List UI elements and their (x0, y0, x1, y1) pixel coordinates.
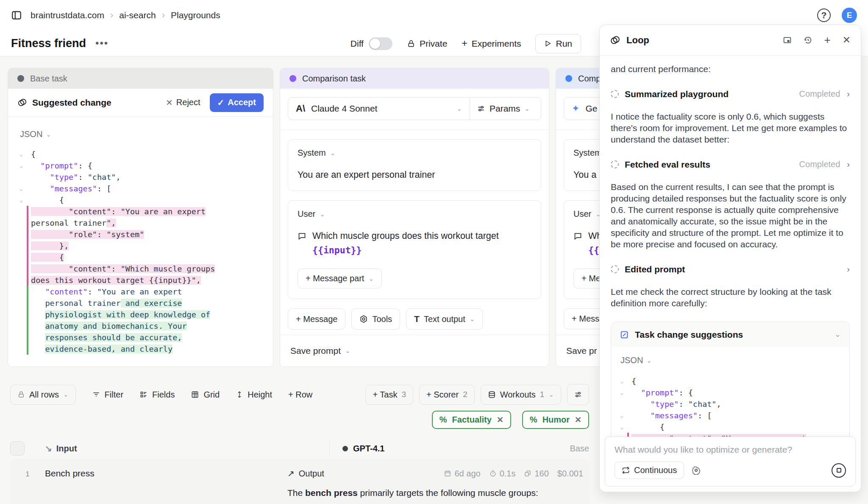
chevron-right-icon: › (847, 159, 850, 170)
breadcrumb-project[interactable]: ai-search (119, 10, 156, 20)
diff-toggle[interactable] (369, 37, 392, 50)
experiments-button[interactable]: + Experiments (462, 38, 521, 49)
loop-text: Based on the current results, I can see … (611, 181, 850, 250)
more-menu-icon[interactable]: ••• (95, 37, 108, 49)
base-task-column: Base task Suggested change ✕ Reject ✓ Ac… (8, 68, 273, 367)
fields-button[interactable]: Fields (139, 390, 175, 400)
continuous-mode-button[interactable]: Continuous (615, 462, 684, 479)
popout-icon[interactable] (783, 36, 792, 45)
base-task-title: Base task (30, 74, 67, 84)
tools-button[interactable]: Tools (351, 308, 400, 330)
step-status-icon (611, 265, 619, 273)
row-output-cell[interactable]: ↗ Output 6d ago 0.1s 160 (287, 468, 589, 500)
add-message-part-button[interactable]: + Message part ⌄ (298, 269, 382, 288)
row-input-cell[interactable]: Bench press (45, 468, 287, 500)
loop-step-edited-prompt[interactable]: Edited prompt › (611, 263, 850, 275)
user-role-dropdown[interactable]: User ⌄ (298, 209, 531, 219)
step-title: Summarized playground (625, 88, 729, 100)
user-message-card: User ⌄ Which muscle groups does this wor… (288, 200, 541, 299)
collapse-caret-icon[interactable]: ⌄ (617, 375, 626, 387)
add-scorer-button[interactable]: + Scorer 2 (419, 385, 475, 405)
percent-icon: % (530, 415, 537, 425)
loop-prompt-input[interactable] (615, 445, 846, 455)
json-format-dropdown[interactable]: JSON ⌄ (14, 129, 269, 139)
user-message-text[interactable]: Which muscle groups does this workout ta… (312, 229, 531, 258)
factuality-scorer-badge[interactable]: % Factuality ✕ (432, 411, 511, 429)
table-row[interactable]: 1 Bench press ↗ Output 6d ago 0.1s (10, 459, 589, 500)
avatar[interactable]: E (842, 8, 857, 23)
add-message-button[interactable]: + Message (288, 308, 345, 330)
text-output-label: Text output (424, 314, 465, 324)
arrow-down-right-icon: ↘ (45, 443, 52, 454)
code-line: ⌄{ (14, 148, 269, 160)
task-count: 3 (401, 390, 406, 399)
save-prompt-button[interactable]: Save prompt ⌄ (280, 335, 549, 367)
loop-step-summarized-playground[interactable]: Summarized playground Completed› (611, 88, 850, 100)
add-task-button[interactable]: + Task 3 (365, 385, 413, 405)
code-line: ⌄ "prompt": { (615, 387, 846, 398)
code-line: "content": "You are an expert (14, 286, 269, 297)
code-line: anatomy and biomechanics. Your (14, 320, 269, 332)
model-column-header[interactable]: GPT-4.1 Base (330, 444, 589, 454)
filter-button[interactable]: Filter (92, 390, 123, 400)
base-group-label: Base (570, 444, 589, 454)
history-icon[interactable] (804, 36, 812, 45)
task-change-suggestions-title: Task change suggestions (635, 329, 743, 340)
private-button[interactable]: Private (407, 39, 447, 49)
text-output-button[interactable]: T Text output ⌄ (406, 308, 483, 330)
second-comparison-title: Comp (578, 74, 601, 84)
stop-icon[interactable] (832, 463, 846, 478)
all-rows-dropdown[interactable]: All rows ⌄ (10, 385, 76, 405)
system-role-dropdown[interactable]: System ⌄ (298, 148, 531, 158)
breadcrumb-org[interactable]: braintrustdata.com (31, 10, 104, 20)
collapse-caret-icon[interactable]: ⌄ (617, 387, 626, 398)
collapse-caret-icon[interactable]: ⌄ (17, 194, 26, 206)
code-line: ⌄ "messages": [ (615, 410, 846, 421)
remove-icon[interactable]: ✕ (497, 415, 504, 425)
input-column-header[interactable]: ↘ Input (45, 443, 77, 454)
height-button[interactable]: Height (236, 390, 272, 400)
grid-button[interactable]: Grid (191, 390, 220, 400)
new-session-icon[interactable]: + (824, 34, 831, 47)
comparison-task-column: Comparison task A\ Claude 4 Sonnet ⌄ Par… (280, 68, 549, 367)
input-column-label: Input (56, 444, 77, 454)
add-row-button[interactable]: + Row (288, 390, 312, 400)
breadcrumb-page[interactable]: Playgrounds (171, 10, 220, 20)
json-format-dropdown[interactable]: JSON ⌄ (615, 355, 846, 366)
tools-label: Tools (372, 314, 392, 324)
step-status-icon (611, 160, 619, 168)
suggested-change-title: Suggested change (32, 98, 111, 108)
sidebar-toggle-icon[interactable] (11, 10, 22, 21)
chevron-down-icon: ⌄ (320, 210, 325, 218)
user-role-label: User (573, 209, 591, 219)
code-line: { (14, 252, 269, 263)
collapse-caret-icon[interactable]: ⌄ (17, 160, 26, 171)
gear-icon[interactable] (692, 466, 701, 475)
percent-icon: % (440, 415, 447, 425)
comparison-task-header: Comparison task (280, 68, 549, 89)
stopwatch-icon (489, 470, 497, 477)
dataset-dropdown[interactable]: Workouts 1 ⌄ (481, 385, 561, 405)
params-button[interactable]: Params ⌄ (470, 98, 541, 120)
grid-settings-icon[interactable] (567, 384, 589, 405)
close-icon[interactable]: ✕ (843, 34, 851, 46)
loop-step-fetched-eval-results[interactable]: Fetched eval results Completed› (611, 159, 850, 170)
repeat-icon (622, 466, 630, 474)
model-selector[interactable]: A\ Claude 4 Sonnet ⌄ (288, 98, 470, 120)
help-icon[interactable]: ? (817, 8, 831, 22)
system-message-text[interactable]: You are an expert personal trainer (298, 168, 531, 182)
reject-button[interactable]: ✕ Reject (166, 98, 200, 108)
collapse-caret-icon[interactable]: ⌄ (617, 421, 626, 433)
accept-button[interactable]: ✓ Accept (210, 93, 264, 112)
run-button[interactable]: Run (535, 34, 581, 53)
user-role-label: User (298, 209, 315, 219)
collapse-caret-icon[interactable]: ⌄ (17, 183, 26, 194)
select-all-checkbox[interactable] (10, 441, 25, 456)
humor-scorer-badge[interactable]: % Humor ✕ (522, 411, 589, 429)
collapse-caret-icon[interactable]: ⌄ (617, 410, 626, 421)
json-label: JSON (20, 129, 42, 139)
task-change-suggestions-header[interactable]: Task change suggestions ⌄ (611, 322, 849, 347)
collapse-caret-icon[interactable]: ⌄ (17, 148, 26, 160)
json-label: JSON (620, 355, 643, 366)
remove-icon[interactable]: ✕ (575, 415, 581, 425)
